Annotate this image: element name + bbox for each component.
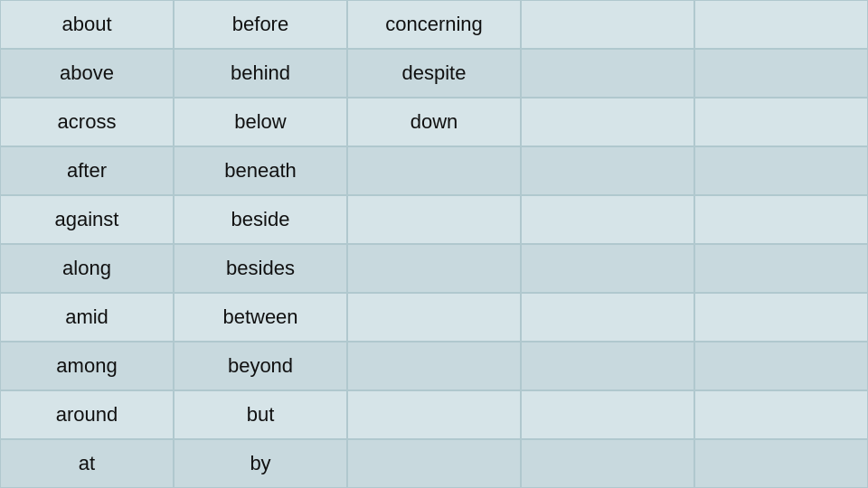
cell-r8-c2 bbox=[347, 390, 521, 439]
cell-r7-c1: beyond bbox=[174, 342, 347, 390]
cell-r5-c1: besides bbox=[174, 244, 347, 293]
cell-r9-c1: by bbox=[174, 439, 347, 488]
cell-r6-c4 bbox=[694, 293, 868, 342]
cell-r4-c2 bbox=[347, 195, 521, 244]
cell-r5-c2 bbox=[347, 244, 521, 293]
cell-r3-c4 bbox=[694, 146, 868, 195]
cell-r0-c4 bbox=[694, 0, 868, 49]
cell-r3-c1: beneath bbox=[174, 146, 347, 195]
table-row: againstbeside bbox=[0, 195, 868, 244]
cell-r9-c0: at bbox=[0, 439, 174, 488]
cell-r7-c2 bbox=[347, 342, 521, 390]
cell-r2-c2: down bbox=[347, 98, 521, 146]
cell-r3-c0: after bbox=[0, 146, 174, 195]
cell-r3-c3 bbox=[521, 146, 694, 195]
table-row: aroundbut bbox=[0, 390, 868, 439]
table-row: acrossbelowdown bbox=[0, 98, 868, 146]
table-row: amongbeyond bbox=[0, 342, 868, 390]
cell-r2-c4 bbox=[694, 98, 868, 146]
cell-r9-c2 bbox=[347, 439, 521, 488]
cell-r2-c1: below bbox=[174, 98, 347, 146]
prepositions-table: aboutbeforeconcerningabovebehinddespitea… bbox=[0, 0, 868, 488]
table-row: alongbesides bbox=[0, 244, 868, 293]
cell-r1-c3 bbox=[521, 49, 694, 98]
cell-r9-c4 bbox=[694, 439, 868, 488]
cell-r1-c4 bbox=[694, 49, 868, 98]
cell-r7-c3 bbox=[521, 342, 694, 390]
cell-r2-c3 bbox=[521, 98, 694, 146]
cell-r8-c1: but bbox=[174, 390, 347, 439]
cell-r3-c2 bbox=[347, 146, 521, 195]
cell-r0-c3 bbox=[521, 0, 694, 49]
cell-r7-c4 bbox=[694, 342, 868, 390]
cell-r6-c2 bbox=[347, 293, 521, 342]
cell-r4-c3 bbox=[521, 195, 694, 244]
table-row: atby bbox=[0, 439, 868, 488]
cell-r4-c0: against bbox=[0, 195, 174, 244]
cell-r0-c0: about bbox=[0, 0, 174, 49]
cell-r5-c4 bbox=[694, 244, 868, 293]
cell-r0-c1: before bbox=[174, 0, 347, 49]
cell-r1-c0: above bbox=[0, 49, 174, 98]
table-row: abovebehinddespite bbox=[0, 49, 868, 98]
cell-r9-c3 bbox=[521, 439, 694, 488]
cell-r8-c3 bbox=[521, 390, 694, 439]
table-row: afterbeneath bbox=[0, 146, 868, 195]
cell-r0-c2: concerning bbox=[347, 0, 521, 49]
cell-r6-c3 bbox=[521, 293, 694, 342]
cell-r5-c3 bbox=[521, 244, 694, 293]
cell-r2-c0: across bbox=[0, 98, 174, 146]
table-row: amidbetween bbox=[0, 293, 868, 342]
cell-r4-c1: beside bbox=[174, 195, 347, 244]
cell-r6-c1: between bbox=[174, 293, 347, 342]
cell-r4-c4 bbox=[694, 195, 868, 244]
cell-r8-c4 bbox=[694, 390, 868, 439]
cell-r6-c0: amid bbox=[0, 293, 174, 342]
cell-r1-c2: despite bbox=[347, 49, 521, 98]
table-row: aboutbeforeconcerning bbox=[0, 0, 868, 49]
cell-r8-c0: around bbox=[0, 390, 174, 439]
cell-r7-c0: among bbox=[0, 342, 174, 390]
cell-r5-c0: along bbox=[0, 244, 174, 293]
cell-r1-c1: behind bbox=[174, 49, 347, 98]
